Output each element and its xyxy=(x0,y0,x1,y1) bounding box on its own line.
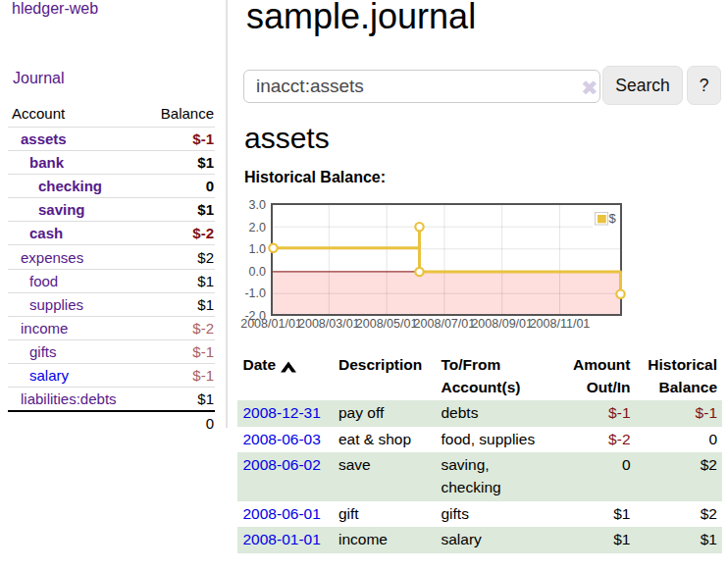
svg-text:-1.0: -1.0 xyxy=(244,286,266,300)
svg-text:0.0: 0.0 xyxy=(249,265,266,279)
svg-text:2008/09/01: 2008/09/01 xyxy=(471,317,533,331)
svg-text:2008/11/01: 2008/11/01 xyxy=(530,317,591,331)
svg-text:2008/07/01: 2008/07/01 xyxy=(414,317,476,331)
svg-text:2008/03/01: 2008/03/01 xyxy=(298,317,360,331)
svg-text:$: $ xyxy=(609,211,617,226)
svg-text:2008/05/01: 2008/05/01 xyxy=(356,317,418,331)
svg-text:2.0: 2.0 xyxy=(249,221,266,234)
svg-text:1.0: 1.0 xyxy=(249,242,266,256)
svg-text:2008/01/01: 2008/01/01 xyxy=(240,317,302,331)
svg-text:3.0: 3.0 xyxy=(249,198,266,212)
